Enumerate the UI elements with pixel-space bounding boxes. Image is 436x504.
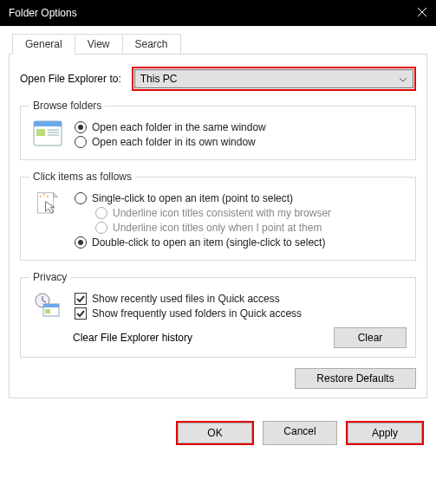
- group-legend: Browse folders: [29, 100, 105, 112]
- click-icon: [33, 191, 62, 217]
- privacy-group: Privacy Show re: [20, 271, 416, 358]
- open-explorer-label: Open File Explorer to:: [20, 73, 121, 85]
- apply-button[interactable]: Apply: [348, 423, 422, 443]
- radio-label: Open each folder in the same window: [92, 121, 266, 133]
- radio-label: Double-click to open an item (single-cli…: [92, 236, 325, 249]
- highlight-dropdown: This PC: [132, 67, 416, 91]
- window-icon: [33, 120, 62, 146]
- open-explorer-dropdown[interactable]: This PC: [134, 69, 413, 88]
- svg-marker-9: [54, 193, 58, 197]
- cancel-button[interactable]: Cancel: [263, 421, 337, 445]
- browse-folders-group: Browse folders Open each folde: [20, 100, 416, 160]
- privacy-icon: [33, 292, 62, 318]
- group-legend: Privacy: [29, 271, 70, 283]
- radio-underline-browser: [95, 207, 107, 219]
- svg-rect-4: [36, 129, 45, 136]
- svg-rect-17: [43, 304, 59, 307]
- tab-general[interactable]: General: [12, 34, 75, 55]
- radio-label: Open each folder in its own window: [92, 136, 256, 148]
- general-panel: Open File Explorer to: This PC Browse fo…: [9, 54, 427, 398]
- chevron-down-icon: [399, 73, 407, 85]
- footer-buttons: OK Cancel Apply: [0, 405, 436, 452]
- check-frequent-folders[interactable]: [75, 307, 87, 320]
- radio-label: Underline icon titles consistent with my…: [113, 207, 331, 219]
- radio-own-window[interactable]: [75, 136, 87, 148]
- radio-single-click[interactable]: [75, 192, 87, 204]
- click-items-group: Click items as follows Singl: [20, 171, 416, 261]
- clear-button[interactable]: Clear: [334, 327, 407, 348]
- dropdown-value: This PC: [140, 73, 178, 85]
- svg-rect-3: [34, 121, 62, 126]
- window-title: Folder Options: [9, 7, 77, 19]
- check-label: Show recently used files in Quick access: [92, 293, 280, 305]
- radio-underline-point: [95, 222, 107, 234]
- tab-view[interactable]: View: [75, 34, 123, 55]
- clear-history-label: Clear File Explorer history: [73, 332, 192, 344]
- radio-label: Underline icon titles only when I point …: [113, 222, 322, 234]
- radio-same-window[interactable]: [75, 121, 87, 133]
- tab-strip: General View Search: [12, 34, 427, 55]
- svg-rect-18: [45, 309, 50, 313]
- highlight-apply: Apply: [346, 421, 424, 445]
- close-icon[interactable]: [417, 7, 427, 20]
- radio-label: Single-click to open an item (point to s…: [92, 192, 293, 204]
- radio-double-click[interactable]: [75, 236, 87, 249]
- highlight-ok: OK: [176, 421, 254, 445]
- check-recent-files[interactable]: [75, 293, 87, 305]
- ok-button[interactable]: OK: [178, 423, 252, 443]
- restore-defaults-button[interactable]: Restore Defaults: [295, 368, 416, 389]
- title-bar: Folder Options: [0, 0, 436, 26]
- check-label: Show frequently used folders in Quick ac…: [92, 307, 302, 320]
- group-legend: Click items as follows: [29, 171, 135, 183]
- tab-search[interactable]: Search: [122, 34, 181, 55]
